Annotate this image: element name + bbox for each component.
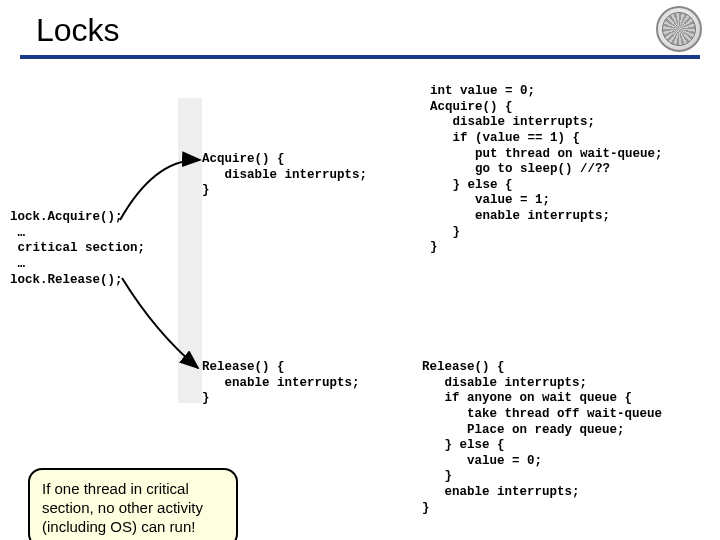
code-acquire-simple: Acquire() { disable interrupts; } <box>202 152 367 199</box>
slide-body: lock.Acquire(); … critical section; … lo… <box>0 78 720 540</box>
code-acquire-full: int value = 0; Acquire() { disable inter… <box>430 84 663 256</box>
slide-title: Locks <box>36 12 720 49</box>
title-rule <box>20 55 700 59</box>
seal-logo <box>656 6 702 52</box>
callout-box: If one thread in critical section, no ot… <box>28 468 238 540</box>
code-lock-usage: lock.Acquire(); … critical section; … lo… <box>10 210 145 288</box>
vertical-band <box>178 98 202 403</box>
code-release-full: Release() { disable interrupts; if anyon… <box>422 360 662 516</box>
code-release-simple: Release() { enable interrupts; } <box>202 360 360 407</box>
